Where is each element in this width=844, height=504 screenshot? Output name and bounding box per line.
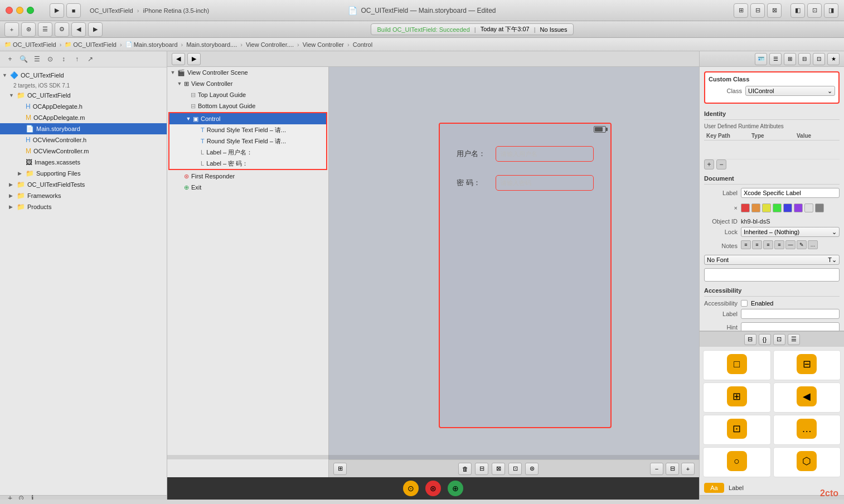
- bc-item-4[interactable]: View Controller....: [246, 41, 294, 48]
- panel-tab-identity[interactable]: 🪪: [755, 53, 767, 65]
- sidebar-filter-btn[interactable]: ☰: [31, 54, 42, 65]
- sidebar-search-btn[interactable]: 🔍: [18, 54, 29, 65]
- sidebar-sort-btn[interactable]: ↕: [58, 54, 69, 65]
- navigator-toggle[interactable]: ◧: [790, 3, 805, 18]
- object-uitableview[interactable]: ⊞: [703, 382, 771, 413]
- resolve-btn[interactable]: ⊛: [525, 463, 539, 475]
- zoom-out-btn[interactable]: −: [650, 463, 663, 475]
- delete-btn[interactable]: 🗑: [458, 463, 472, 475]
- swatch-orange[interactable]: [751, 203, 760, 212]
- utilities-toggle[interactable]: ◨: [824, 3, 838, 18]
- editor-version-button[interactable]: ⊠: [767, 3, 782, 18]
- doc-label-input[interactable]: [741, 188, 840, 198]
- panel-tab-connections[interactable]: ⊟: [798, 53, 811, 65]
- notes-text-area[interactable]: [704, 268, 840, 282]
- panel-tab-size[interactable]: ⊞: [784, 53, 796, 65]
- hierarchy-button[interactable]: ☰: [38, 22, 52, 37]
- swatch-purple[interactable]: [794, 203, 803, 212]
- align-center-btn[interactable]: ≡: [752, 240, 762, 249]
- scene-textfield-2[interactable]: ▶ T Round Style Text Field – 请...: [169, 135, 326, 147]
- settings-button[interactable]: ⚙: [55, 22, 69, 37]
- sidebar-path-btn[interactable]: ↗: [85, 54, 96, 65]
- swatch-blue[interactable]: [783, 203, 792, 212]
- toolbar-icon-1[interactable]: ⊙: [403, 481, 419, 496]
- password-input[interactable]: 请输入密码: [496, 175, 594, 191]
- align-right-btn[interactable]: ≡: [763, 240, 773, 249]
- scene-first-responder[interactable]: ▶ ⊛ First Responder: [167, 171, 328, 182]
- toolbar-icon-3[interactable]: ⊕: [448, 481, 463, 496]
- object-circle[interactable]: ○: [703, 447, 771, 477]
- align-center-btn[interactable]: ⊠: [492, 463, 505, 475]
- panel-tab-attributes[interactable]: ☰: [769, 53, 782, 65]
- scene-label-password[interactable]: ▶ L Label – 密 码：: [169, 158, 326, 169]
- sidebar-add-btn[interactable]: +: [4, 54, 16, 65]
- scene-viewcontroller[interactable]: ▼ ⊞ View Controller: [167, 78, 328, 89]
- a11y-hint-input[interactable]: [741, 322, 840, 331]
- editor-standard-button[interactable]: ⊞: [734, 3, 748, 18]
- sidebar-nav-btn[interactable]: ↑: [71, 54, 83, 65]
- scene-textfield-1[interactable]: ▶ T Round Style Text Field – 请...: [169, 124, 326, 135]
- align-left-btn[interactable]: ⊟: [475, 463, 488, 475]
- username-input[interactable]: 请输入用户名: [496, 146, 594, 162]
- bc-item-3[interactable]: Main.storyboard....: [186, 41, 237, 48]
- editor-assistant-button[interactable]: ⊟: [750, 3, 765, 18]
- lib-tab-3[interactable]: ⊡: [773, 334, 785, 345]
- swatch-green[interactable]: [773, 203, 782, 212]
- lib-tab-4[interactable]: ☰: [788, 334, 800, 345]
- accessibility-checkbox[interactable]: [741, 300, 748, 307]
- lib-tab-1[interactable]: ⊟: [744, 334, 756, 345]
- sidebar-add-bottom-btn[interactable]: +: [4, 492, 16, 500]
- scene-root[interactable]: ▼ 🎬 View Controller Scene: [167, 67, 328, 78]
- sidebar-recent-btn[interactable]: ⊙: [45, 54, 56, 65]
- swatch-white[interactable]: [804, 203, 813, 212]
- canvas-nav-forward[interactable]: ▶: [187, 53, 201, 65]
- scheme-selector[interactable]: OC_UITextField › iPhone Retina (3.5-inch…: [90, 7, 209, 14]
- tree-item-appdelegate-m[interactable]: ▶ M OCAppDelegate.m: [0, 112, 167, 123]
- panel-tab-effects[interactable]: ★: [827, 53, 840, 65]
- align-justify-btn[interactable]: ≡: [774, 240, 784, 249]
- tree-item-group-main[interactable]: ▼ 📁 OC_UITextField: [0, 90, 167, 101]
- bc-item-0[interactable]: 📁 OC_UITextField: [4, 41, 56, 48]
- tree-item-frameworks[interactable]: ▶ 📁 Frameworks: [0, 190, 167, 201]
- object-more[interactable]: …: [773, 415, 841, 445]
- close-button[interactable]: [6, 7, 13, 14]
- object-uiimageview[interactable]: ⊡: [703, 415, 771, 445]
- toolbar-icon-2[interactable]: ⊛: [425, 481, 441, 496]
- fullscreen-button[interactable]: [27, 7, 34, 14]
- object-uiview[interactable]: □: [703, 350, 771, 380]
- swatch-red[interactable]: [741, 203, 750, 212]
- tree-item-viewcontroller-m[interactable]: ▶ M OCViewController.m: [0, 146, 167, 157]
- bc-item-1[interactable]: 📁 OC_UITextField: [65, 41, 117, 48]
- nav-forward[interactable]: ▶: [88, 22, 103, 37]
- zoom-reset-btn[interactable]: ⊟: [666, 463, 679, 475]
- align-left-btn[interactable]: ≡: [741, 240, 751, 249]
- more-btn[interactable]: …: [808, 240, 818, 249]
- tree-item-storyboard[interactable]: ▶ 📄 Main.storyboard: [0, 123, 167, 134]
- stop-button[interactable]: ■: [66, 3, 81, 18]
- panel-tab-bindings[interactable]: ⊡: [813, 53, 825, 65]
- bc-item-6[interactable]: Control: [353, 41, 372, 48]
- canvas-nav-back[interactable]: ◀: [172, 53, 185, 65]
- sidebar-info-btn[interactable]: ℹ: [27, 492, 38, 500]
- bc-item-2[interactable]: 📄 Main.storyboard: [125, 41, 178, 48]
- sidebar-share-btn[interactable]: ⊙: [16, 492, 27, 500]
- a11y-label-input[interactable]: [741, 309, 840, 319]
- fit-to-window-btn[interactable]: ⊞: [333, 463, 347, 475]
- bc-item-5[interactable]: View Controller: [303, 41, 344, 48]
- run-button[interactable]: ▶: [50, 3, 64, 18]
- lib-tab-2[interactable]: {}: [759, 334, 771, 345]
- scene-control[interactable]: ▼ ▣ Control: [169, 113, 326, 124]
- tree-item-images[interactable]: ▶ 🖼 Images.xcassets: [0, 157, 167, 168]
- pin-btn[interactable]: ⊡: [508, 463, 522, 475]
- tree-item-tests[interactable]: ▶ 📁 OC_UITextFieldTests: [0, 179, 167, 190]
- tree-item-project[interactable]: ▼ 🔷 OC_UITextField: [0, 70, 167, 81]
- scene-top-layout[interactable]: ▶ ⊟ Top Layout Guide: [167, 89, 328, 100]
- dash-btn[interactable]: —: [785, 240, 796, 249]
- filter-button[interactable]: ⊛: [21, 22, 36, 37]
- zoom-in-btn[interactable]: +: [681, 463, 695, 475]
- debug-toggle[interactable]: ⊡: [807, 3, 822, 18]
- lock-select[interactable]: Inherited – (Nothing) ⌄: [741, 227, 840, 237]
- scene-label-username[interactable]: ▶ L Label – 用户名：: [169, 147, 326, 158]
- tree-item-products[interactable]: ▶ 📁 Products: [0, 201, 167, 212]
- tree-item-appdelegate-h[interactable]: ▶ H OCAppDelegate.h: [0, 101, 167, 112]
